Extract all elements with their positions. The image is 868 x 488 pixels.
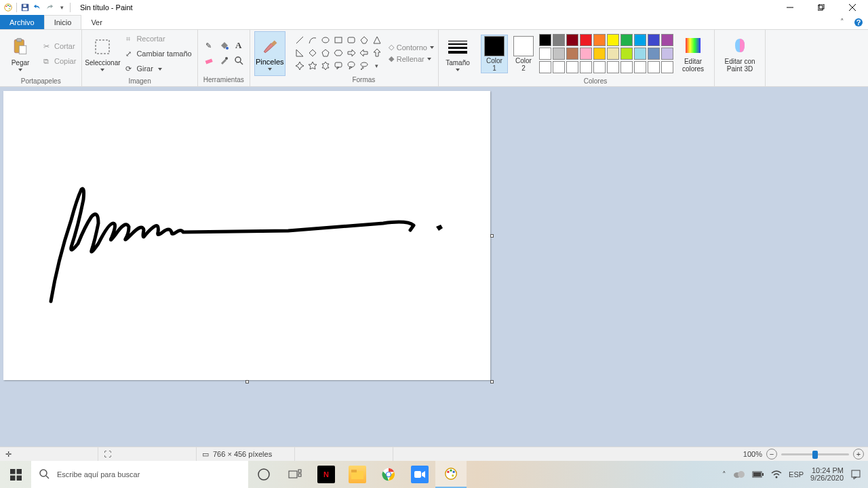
shape-line[interactable] — [294, 34, 306, 46]
color1-button[interactable]: Color 1 — [481, 35, 508, 73]
crop-button[interactable]: ⌗Recortar — [121, 32, 193, 45]
color-swatch[interactable] — [661, 48, 673, 60]
task-view-button[interactable] — [279, 461, 311, 488]
shape-arrow-left[interactable] — [358, 47, 370, 59]
notifications-icon[interactable] — [850, 469, 861, 480]
picker-tool[interactable] — [217, 54, 231, 67]
color-swatch[interactable] — [607, 34, 619, 46]
color-swatch[interactable] — [566, 34, 578, 46]
cortana-button[interactable] — [248, 461, 279, 488]
color-swatch[interactable] — [580, 34, 592, 46]
copy-button[interactable]: ⧉Copiar — [39, 54, 77, 68]
color-swatch[interactable] — [634, 34, 646, 46]
color-swatch[interactable] — [620, 34, 633, 46]
qat-customize-icon[interactable]: ▾ — [56, 2, 67, 13]
zoom-out-button[interactable]: − — [766, 449, 777, 459]
taskbar-app-netflix[interactable]: N — [311, 461, 342, 488]
shape-callout-cloud[interactable] — [358, 60, 370, 72]
save-icon[interactable] — [20, 2, 31, 13]
shape-star6[interactable] — [319, 60, 332, 72]
shape-fill-button[interactable]: ◆Rellenar — [389, 54, 434, 63]
brushes-button[interactable]: Pinceles — [254, 31, 285, 76]
rotate-button[interactable]: ⟳Girar — [121, 62, 193, 75]
color-swatch[interactable] — [661, 61, 673, 73]
shape-hexagon[interactable] — [332, 47, 344, 59]
taskbar-app-chrome[interactable] — [373, 461, 404, 488]
wifi-icon[interactable] — [771, 470, 782, 478]
shape-rtriangle[interactable] — [294, 47, 306, 59]
shape-diamond[interactable] — [307, 47, 319, 59]
shape-rect[interactable] — [332, 34, 344, 46]
color-swatch[interactable] — [648, 48, 660, 60]
color-swatch[interactable] — [648, 34, 660, 46]
redo-icon[interactable] — [44, 2, 55, 13]
color-swatch[interactable] — [661, 34, 673, 46]
shape-callout-round[interactable] — [345, 60, 357, 72]
color-swatch[interactable] — [607, 61, 619, 73]
maximize-button[interactable] — [806, 0, 837, 15]
paste-button[interactable]: Pegar — [4, 31, 37, 76]
resize-button[interactable]: ⤢Cambiar tamaño — [121, 47, 193, 60]
color-swatch[interactable] — [539, 61, 551, 73]
shape-arrow-right[interactable] — [345, 47, 357, 59]
taskbar-app-paint[interactable] — [435, 461, 467, 488]
text-tool[interactable]: A — [232, 39, 245, 52]
onedrive-icon[interactable] — [733, 470, 745, 478]
color-swatch[interactable] — [620, 48, 633, 60]
fill-tool[interactable] — [217, 39, 231, 52]
minimize-button[interactable] — [774, 0, 806, 15]
start-button[interactable] — [0, 461, 31, 488]
shapes-gallery[interactable]: ▾ — [294, 34, 383, 72]
paint3d-button[interactable]: Editar con Paint 3D — [719, 31, 761, 76]
search-box[interactable]: Escribe aquí para buscar — [31, 461, 248, 488]
color-swatch[interactable] — [566, 61, 578, 73]
shape-roundrect[interactable] — [345, 34, 357, 46]
magnifier-tool[interactable] — [232, 54, 245, 67]
shapes-more[interactable]: ▾ — [371, 60, 383, 72]
shape-arrow-up[interactable] — [371, 47, 383, 59]
tab-home[interactable]: Inicio — [44, 15, 82, 29]
color-swatch[interactable] — [634, 48, 646, 60]
color-swatch[interactable] — [580, 48, 592, 60]
color2-button[interactable]: Color 2 — [511, 35, 536, 73]
color-swatch[interactable] — [539, 34, 551, 46]
battery-icon[interactable] — [752, 470, 764, 478]
undo-icon[interactable] — [32, 2, 43, 13]
canvas[interactable] — [3, 91, 490, 380]
select-button[interactable]: Seleccionar — [86, 31, 119, 76]
color-swatch[interactable] — [607, 48, 619, 60]
close-button[interactable] — [837, 0, 868, 15]
shape-callout-rect[interactable] — [332, 60, 344, 72]
color-swatch[interactable] — [553, 48, 565, 60]
help-icon[interactable]: ? — [853, 17, 864, 28]
tab-file[interactable]: Archivo — [0, 15, 44, 29]
color-swatch[interactable] — [593, 61, 606, 73]
color-swatch[interactable] — [593, 34, 606, 46]
color-swatch[interactable] — [593, 48, 606, 60]
zoom-slider[interactable] — [781, 453, 849, 455]
shape-outline-button[interactable]: ◇Contorno — [389, 43, 434, 52]
taskbar-app-explorer[interactable] — [342, 461, 373, 488]
tab-view[interactable]: Ver — [81, 15, 112, 29]
color-swatch[interactable] — [620, 61, 633, 73]
color-swatch[interactable] — [580, 61, 592, 73]
color-swatch[interactable] — [648, 61, 660, 73]
cut-button[interactable]: ✂Cortar — [39, 39, 77, 53]
shape-curve[interactable] — [307, 34, 319, 46]
shape-polygon[interactable] — [358, 34, 370, 46]
color-swatch[interactable] — [634, 61, 646, 73]
pencil-tool[interactable]: ✎ — [202, 39, 216, 52]
zoom-in-button[interactable]: + — [853, 449, 864, 459]
edit-colors-button[interactable]: Editar colores — [676, 31, 710, 76]
language-indicator[interactable]: ESP — [789, 470, 804, 478]
shape-star5[interactable] — [307, 60, 319, 72]
taskbar-app-zoom[interactable] — [404, 461, 435, 488]
collapse-ribbon-icon[interactable]: ˄ — [837, 17, 848, 28]
shape-pentagon[interactable] — [319, 47, 332, 59]
workspace[interactable] — [0, 87, 868, 447]
shape-triangle[interactable] — [371, 34, 383, 46]
tray-chevron-icon[interactable]: ˄ — [722, 470, 726, 479]
color-swatch[interactable] — [553, 61, 565, 73]
shape-oval[interactable] — [319, 34, 332, 46]
color-swatch[interactable] — [566, 48, 578, 60]
